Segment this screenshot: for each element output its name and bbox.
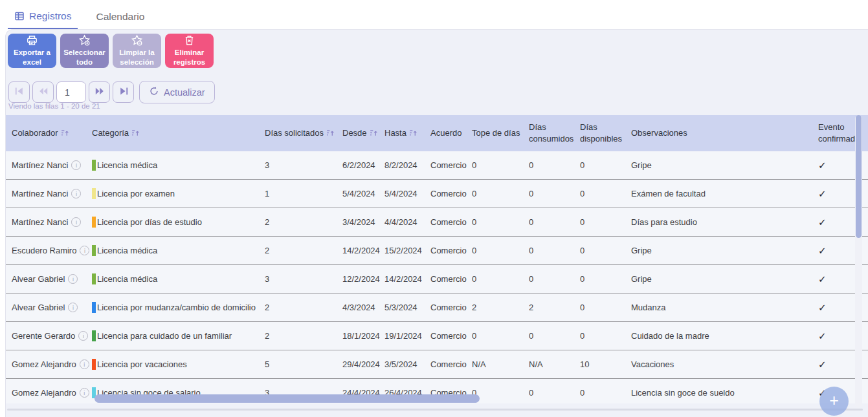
info-icon[interactable] <box>80 246 89 255</box>
category-color-bar <box>92 330 96 341</box>
collaborator-name: Alvear Gabriel <box>12 303 65 312</box>
column-header[interactable]: Colaborador <box>12 127 92 139</box>
sort-icon[interactable] <box>409 129 417 137</box>
tab-bar: Registros Calendario <box>0 0 868 29</box>
category-color-bar <box>92 245 96 256</box>
collaborator-name: Martínez Nanci <box>12 160 68 170</box>
column-header-label: Días consumidos <box>529 122 575 144</box>
table-row[interactable]: Martínez Nanci Licencia por días de estu… <box>6 208 868 237</box>
days-cap-cell: 0 <box>472 189 529 198</box>
requested-days-cell: 3 <box>265 274 342 284</box>
available-days-cell: 0 <box>580 217 631 227</box>
category-label: Licencia para cuidado de un familiar <box>97 331 232 341</box>
next-page-icon <box>94 85 106 99</box>
from-date-cell: 12/2/2024 <box>342 274 384 284</box>
agreement-cell: Comercio <box>430 303 472 312</box>
first-page-button[interactable] <box>8 81 30 103</box>
table-row[interactable]: Gomez Alejandro Licencia por vacaciones … <box>6 350 868 379</box>
from-date-cell: 14/2/2024 <box>342 246 384 255</box>
clear-selection-button[interactable]: Limpiar la selección <box>113 34 161 68</box>
table-row[interactable]: Alvear Gabriel Licencia médica 3 12/2/20… <box>6 265 868 294</box>
days-cap-cell: 0 <box>472 388 529 398</box>
add-record-button[interactable]: + <box>819 387 849 416</box>
column-header[interactable]: Tope de días <box>472 127 529 139</box>
refresh-button[interactable]: Actualizar <box>139 81 215 103</box>
category-label: Licencia médica <box>97 160 157 170</box>
days-cap-cell: 0 <box>472 160 529 170</box>
sort-icon[interactable] <box>131 129 140 137</box>
table-row[interactable]: Martínez Nanci Licencia médica 3 6/2/202… <box>6 151 868 180</box>
collaborator-name: Escudero Ramiro <box>12 246 76 255</box>
to-date-cell: 8/2/2024 <box>384 160 430 170</box>
agreement-cell: Comercio <box>430 189 472 198</box>
vertical-scrollbar-thumb[interactable] <box>856 115 862 238</box>
column-header-label: Acuerdo <box>430 127 462 139</box>
clear-selection-label: Limpiar la selección <box>114 48 160 67</box>
requested-days-cell: 2 <box>265 217 342 227</box>
info-icon[interactable] <box>71 160 81 170</box>
confirmed-check-icon <box>818 359 827 370</box>
table-row[interactable]: Martínez Nanci Licencia por examen 1 5/4… <box>6 180 868 208</box>
previous-page-icon <box>38 85 49 99</box>
last-page-icon <box>118 85 129 99</box>
select-all-button[interactable]: Seleccionar todo <box>60 34 109 68</box>
tab-calendario[interactable]: Calendario <box>89 5 151 29</box>
tab-registros[interactable]: Registros <box>8 5 78 29</box>
to-date-cell: 3/5/2024 <box>384 359 430 369</box>
info-icon[interactable] <box>80 388 89 398</box>
pagination: Actualizar <box>8 81 215 103</box>
observations-cell: Gripe <box>631 274 818 284</box>
column-header[interactable]: Días solicitados <box>265 127 342 139</box>
sort-icon[interactable] <box>370 129 378 137</box>
sort-icon[interactable] <box>326 129 335 137</box>
info-icon[interactable] <box>68 274 78 284</box>
table-row[interactable]: Escudero Ramiro Licencia médica 2 14/2/2… <box>6 237 868 265</box>
info-icon[interactable] <box>68 303 78 312</box>
consumed-days-cell: 0 <box>529 160 580 170</box>
available-days-cell: 0 <box>580 189 631 198</box>
column-header-label: Categoría <box>92 127 129 139</box>
column-header[interactable]: Desde <box>342 127 384 139</box>
info-icon[interactable] <box>80 359 89 369</box>
export-excel-button[interactable]: Exportar a excel <box>8 34 56 68</box>
confirmed-check-icon <box>818 330 827 341</box>
page-number-input[interactable] <box>56 81 86 103</box>
rows-status-text: Viendo las filas 1 - 20 de 21 <box>8 102 100 110</box>
sort-icon[interactable] <box>61 129 69 137</box>
confirmed-check-icon <box>818 273 827 284</box>
info-icon[interactable] <box>71 217 81 227</box>
table-row[interactable]: Gerente Gerardo Licencia para cuidado de… <box>6 322 868 350</box>
available-days-cell: 0 <box>580 274 631 284</box>
to-date-cell: 15/2/2024 <box>384 246 430 255</box>
previous-page-button[interactable] <box>32 81 54 103</box>
column-header[interactable]: Acuerdo <box>430 127 472 139</box>
requested-days-cell: 1 <box>265 189 342 198</box>
consumed-days-cell: 0 <box>529 246 580 255</box>
to-date-cell: 5/3/2024 <box>384 303 430 312</box>
days-cap-cell: 0 <box>472 246 529 255</box>
column-header[interactable]: Categoría <box>92 127 265 139</box>
observations-cell: Licencia sin goce de sueldo <box>631 388 818 398</box>
records-table: Colaborador Categoría <box>6 115 868 403</box>
requested-days-cell: 2 <box>265 246 342 255</box>
category-label: Licencia por vacaciones <box>97 359 187 369</box>
column-header[interactable]: Días disponibles <box>580 122 631 144</box>
column-header[interactable]: Hasta <box>384 127 430 139</box>
horizontal-scrollbar-thumb[interactable] <box>95 394 480 403</box>
confirmed-check-icon <box>818 188 827 199</box>
column-header[interactable]: Días consumidos <box>529 122 580 144</box>
tab-calendario-label: Calendario <box>96 11 144 23</box>
table-row[interactable]: Alvear Gabriel Licencia por mudanza/camb… <box>6 294 868 322</box>
category-color-bar <box>92 359 96 370</box>
info-icon[interactable] <box>78 331 88 341</box>
select-all-label: Seleccionar todo <box>61 48 107 67</box>
from-date-cell: 4/3/2024 <box>342 303 384 312</box>
last-page-button[interactable] <box>113 81 134 103</box>
column-header[interactable]: Observaciones <box>631 127 818 139</box>
delete-records-button[interactable]: Eliminar registros <box>165 34 214 68</box>
requested-days-cell: 2 <box>265 331 342 341</box>
available-days-cell: 0 <box>580 331 631 341</box>
info-icon[interactable] <box>71 189 81 198</box>
from-date-cell: 6/2/2024 <box>342 160 384 170</box>
next-page-button[interactable] <box>89 81 110 103</box>
